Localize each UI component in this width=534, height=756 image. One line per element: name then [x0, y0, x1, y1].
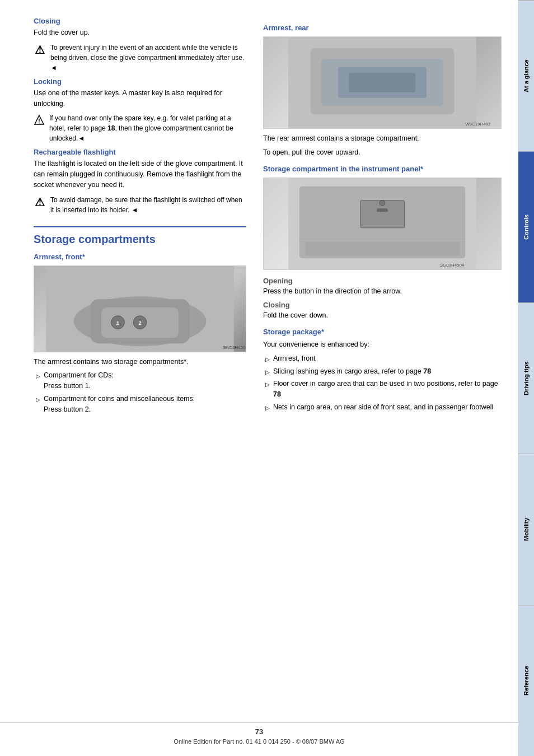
- package-item-1-text: Sliding lashing eyes in cargo area, refe…: [273, 366, 431, 377]
- package-item-0-text: Armrest, front: [273, 353, 316, 364]
- bullet-arrow-0: ▷: [265, 355, 270, 364]
- armrest-rear-desc: The rear armrest contains a storage comp…: [263, 133, 502, 144]
- closing-text: Fold the cover up.: [34, 27, 246, 38]
- main-heading: Storage compartments: [34, 226, 246, 246]
- svg-point-22: [380, 200, 385, 206]
- bullet-arrow-2: ▷: [265, 380, 270, 400]
- sidebar-tab-at-a-glance[interactable]: At a glance: [518, 0, 534, 151]
- flashlight-text: The flashlight is located on the left si…: [34, 158, 246, 190]
- armrest-rear-image: W9C19H402: [263, 36, 502, 129]
- armrest-front-image: 1 2 SW53H4504: [34, 265, 246, 352]
- storage-package-desc: Your convenience is enhanced by:: [263, 339, 502, 350]
- armrest-front-heading: Armrest, front*: [34, 253, 246, 261]
- compartment-list: ▷ Compartment for CDs: Press button 1. ▷…: [34, 370, 246, 414]
- note-locking-box: If you hand over only the spare key, e.g…: [34, 113, 246, 143]
- back-arrow-locking: ◄: [78, 134, 85, 142]
- compartment-coins-text: Compartment for coins and miscellaneous …: [44, 394, 195, 415]
- flashlight-heading: Rechargeable flashlight: [34, 148, 246, 156]
- warning-flashlight-text: To avoid damage, be sure that the flashl…: [50, 195, 246, 215]
- bullet-arrow-3: ▷: [265, 404, 270, 413]
- armrest-front-section: Armrest, front* 1 2 SW53H4504: [34, 253, 246, 415]
- armrest-rear-section: Armrest, rear W9C19H402 The rear armrest…: [263, 24, 502, 158]
- package-items-list: ▷ Armrest, front ▷ Sliding lashing eyes …: [263, 353, 502, 413]
- package-item-3-text: Nets in cargo area, on rear side of fron…: [273, 402, 493, 413]
- warning-triangle-icon: ⚠: [34, 44, 46, 56]
- svg-rect-16: [349, 73, 416, 92]
- back-arrow-flashlight: ◄: [132, 206, 138, 214]
- svg-text:W9C19H402: W9C19H402: [465, 122, 490, 127]
- closing-heading: Closing: [34, 17, 246, 25]
- bullet-arrow-1: ▷: [265, 368, 270, 377]
- package-item-2: ▷ Floor cover in cargo area that can be …: [263, 379, 502, 400]
- svg-text:SG03H4504: SG03H4504: [440, 263, 465, 268]
- storage-instrument-section: Storage compartment in the instrument pa…: [263, 165, 502, 321]
- note-triangle-icon: [34, 114, 45, 125]
- svg-text:2: 2: [138, 319, 142, 325]
- bullet-arrow-cd: ▷: [36, 372, 40, 391]
- instrument-panel-image: SG03H4504: [263, 178, 502, 270]
- sidebar-tab-reference[interactable]: Reference: [518, 605, 534, 756]
- sidebar-tabs: At a glance Controls Driving tips Mobili…: [518, 0, 534, 756]
- package-item-1: ▷ Sliding lashing eyes in cargo area, re…: [263, 366, 502, 377]
- instrument-panel-svg: SG03H4504: [264, 178, 501, 269]
- note-locking-text: If you hand over only the spare key, e.g…: [49, 113, 246, 143]
- opening-text: Press the button in the direction of the…: [263, 286, 502, 297]
- svg-text:SW53H4504: SW53H4504: [223, 345, 246, 350]
- warning-flashlight-box: ⚠ To avoid damage, be sure that the flas…: [34, 195, 246, 215]
- locking-text: Use one of the master keys. A master key…: [34, 88, 246, 109]
- compartment-coins-item: ▷ Compartment for coins and miscellaneou…: [34, 394, 246, 415]
- package-item-0: ▷ Armrest, front: [263, 353, 502, 364]
- warning-flashlight-icon: ⚠: [34, 196, 46, 208]
- sidebar-tab-driving-tips[interactable]: Driving tips: [518, 302, 534, 454]
- armrest-rear-heading: Armrest, rear: [263, 24, 502, 32]
- storage-package-heading: Storage package*: [263, 328, 502, 336]
- page-number: 73: [0, 727, 518, 736]
- closing-section: Closing Fold the cover up. ⚠ To prevent …: [34, 17, 246, 73]
- svg-text:1: 1: [116, 319, 120, 325]
- copyright-text: Online Edition for Part no. 01 41 0 014 …: [174, 738, 344, 745]
- warning-closing-box: ⚠ To prevent injury in the event of an a…: [34, 43, 246, 73]
- armrest-rear-action: To open, pull the cover upward.: [263, 147, 502, 158]
- storage-package-section: Storage package* Your convenience is enh…: [263, 328, 502, 413]
- svg-rect-24: [305, 241, 460, 255]
- right-column: Armrest, rear W9C19H402 The rear armrest…: [263, 17, 502, 745]
- bullet-arrow-coins: ▷: [36, 395, 40, 415]
- package-item-2-text: Floor cover in cargo area that can be us…: [273, 379, 502, 400]
- compartment-cd-item: ▷ Compartment for CDs: Press button 1.: [34, 370, 246, 391]
- sidebar-tab-controls[interactable]: Controls: [518, 151, 534, 302]
- flashlight-section: Rechargeable flashlight The flashlight i…: [34, 148, 246, 214]
- armrest-rear-svg: W9C19H402: [264, 37, 501, 128]
- back-arrow-closing: ◄: [50, 64, 57, 72]
- warning-closing-text: To prevent injury in the event of an acc…: [50, 43, 246, 73]
- left-column: Closing Fold the cover up. ⚠ To prevent …: [34, 17, 246, 745]
- opening-heading: Opening: [263, 277, 502, 285]
- compartment-cd-text: Compartment for CDs: Press button 1.: [44, 370, 114, 391]
- svg-point-2: [39, 123, 40, 124]
- armrest-front-svg: 1 2 SW53H4504: [34, 266, 246, 352]
- locking-heading: Locking: [34, 77, 246, 86]
- storage-instrument-heading: Storage compartment in the instrument pa…: [263, 165, 502, 173]
- svg-rect-21: [377, 208, 388, 212]
- armrest-front-desc: The armrest contains two storage compart…: [34, 357, 246, 367]
- closing-instrument-text: Fold the cover down.: [263, 310, 502, 321]
- sidebar-tab-mobility[interactable]: Mobility: [518, 454, 534, 605]
- page-footer: 73 Online Edition for Part no. 01 41 0 0…: [0, 722, 518, 745]
- locking-section: Locking Use one of the master keys. A ma…: [34, 77, 246, 144]
- package-item-3: ▷ Nets in cargo area, on rear side of fr…: [263, 402, 502, 413]
- closing-instrument-heading: Closing: [263, 301, 502, 309]
